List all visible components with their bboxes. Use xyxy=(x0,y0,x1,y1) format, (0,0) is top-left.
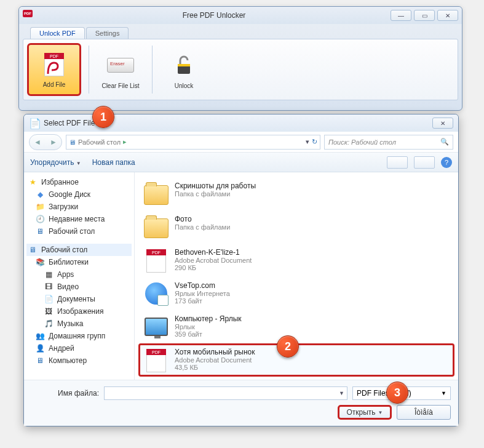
sidebar-desktop[interactable]: 🖥Рабочий стол xyxy=(26,244,132,256)
sidebar-favorites[interactable]: ★Избранное xyxy=(26,176,132,188)
close-button[interactable]: ✕ xyxy=(437,10,458,21)
ribbon: PDF Add File Clear File List Unlock xyxy=(23,39,458,100)
adobe-icon xyxy=(46,59,63,76)
recent-icon: 🕘 xyxy=(35,214,45,224)
eraser-icon xyxy=(106,50,135,80)
forward-button[interactable]: ► xyxy=(46,135,61,150)
open-button[interactable]: Открыть▼ xyxy=(338,405,392,420)
add-file-button[interactable]: PDF Add File xyxy=(30,46,78,91)
libraries-icon: 📚 xyxy=(35,257,45,267)
folder-icon xyxy=(144,182,169,206)
file-dialog: 📄 Select PDF File ✕ ◄ ► 🖥 Рабочий стол ▸… xyxy=(23,114,459,426)
window-title: Free PDF Unlocker xyxy=(38,11,391,20)
nav-back-forward: ◄ ► xyxy=(29,134,62,150)
view-options-button[interactable] xyxy=(387,156,408,169)
chevron-down-icon: ▼ xyxy=(76,161,81,166)
sidebar-item-documents[interactable]: 📄Документы xyxy=(26,293,132,305)
preview-pane-button[interactable] xyxy=(414,156,435,169)
clear-file-list-label: Clear File List xyxy=(101,82,139,89)
drive-icon: ◆ xyxy=(35,190,45,199)
ribbon-separator xyxy=(152,46,153,94)
tab-unlock-pdf[interactable]: Unlock PDF xyxy=(30,27,85,39)
nav-row: ◄ ► 🖥 Рабочий стол ▸ ▾ ↻ Поиск: Рабочий … xyxy=(24,132,458,153)
sidebar-item-music[interactable]: 🎵Музыка xyxy=(26,318,132,330)
add-file-highlight: PDF Add File xyxy=(27,43,81,96)
chevron-down-icon: ▼ xyxy=(378,410,383,415)
dialog-close-button[interactable]: ✕ xyxy=(432,118,453,129)
help-button[interactable]: ? xyxy=(441,157,452,168)
file-item-pdf[interactable]: PDF Bethoven-K-E'lize-1Adobe Acrobat Doc… xyxy=(138,244,454,277)
homegroup-icon: 👥 xyxy=(35,331,45,341)
computer-shortcut-icon xyxy=(144,314,169,339)
maximize-button[interactable]: ▭ xyxy=(414,10,435,21)
sidebar-user[interactable]: 👤Андрей xyxy=(26,342,132,354)
minimize-button[interactable]: — xyxy=(391,10,411,21)
lock-icon xyxy=(169,50,199,80)
sidebar-computer[interactable]: 🖥Компьютер xyxy=(26,354,132,367)
file-item-folder[interactable]: Скриншоты для работыПапка с файлами xyxy=(138,177,454,210)
apps-icon: ▦ xyxy=(44,270,54,279)
refresh-icon[interactable]: ↻ xyxy=(312,138,317,146)
search-icon: 🔍 xyxy=(440,138,449,146)
sidebar: ★Избранное ◆Google Диск 📁Загрузки 🕘Недав… xyxy=(24,172,135,380)
sidebar-item-recent[interactable]: 🕘Недавние места xyxy=(26,213,132,225)
filename-input[interactable]: ▼ xyxy=(104,386,347,400)
star-icon: ★ xyxy=(28,177,38,187)
pdf-icon: PDF xyxy=(23,10,33,17)
pdf-icon: PDF xyxy=(144,248,169,273)
search-input[interactable]: Поиск: Рабочий стол 🔍 xyxy=(324,135,453,150)
unlock-button[interactable]: Unlock xyxy=(160,43,208,96)
chevron-right-icon: ▸ xyxy=(123,138,127,146)
back-button[interactable]: ◄ xyxy=(30,135,46,150)
sidebar-item-apps[interactable]: ▦Apps xyxy=(26,268,132,281)
file-item-shortcut[interactable]: Компьютер - ЯрлыкЯрлык359 байт xyxy=(138,310,454,343)
computer-icon: 🖥 xyxy=(35,356,45,366)
dialog-icon: 📄 xyxy=(29,118,41,129)
chevron-down-icon: ▼ xyxy=(339,390,344,396)
ribbon-separator xyxy=(89,46,89,94)
dialog-title-bar: 📄 Select PDF File ✕ xyxy=(24,114,458,132)
folder-icon xyxy=(144,215,169,239)
main-window: PDF Free PDF Unlocker — ▭ ✕ Unlock PDF S… xyxy=(18,6,462,111)
sidebar-libraries[interactable]: 📚Библиотеки xyxy=(26,256,132,268)
title-bar: PDF Free PDF Unlocker — ▭ ✕ xyxy=(19,7,462,24)
chevron-down-icon: ▼ xyxy=(441,390,446,396)
sidebar-item-video[interactable]: 🎞Видео xyxy=(26,281,132,293)
sidebar-item-downloads[interactable]: 📁Загрузки xyxy=(26,201,132,213)
music-icon: 🎵 xyxy=(44,319,54,329)
add-file-icon: PDF xyxy=(39,49,69,79)
documents-icon: 📄 xyxy=(44,294,54,304)
sidebar-item-desktop-fav[interactable]: 🖥Рабочий стол xyxy=(26,225,132,238)
sidebar-item-google-drive[interactable]: ◆Google Диск xyxy=(26,188,132,201)
unlock-label: Unlock xyxy=(175,82,194,89)
svg-rect-1 xyxy=(178,64,190,66)
callout-1: 1 xyxy=(92,106,114,128)
desktop-icon: 🖥 xyxy=(35,226,45,236)
new-folder-button[interactable]: Новая папка xyxy=(92,158,135,167)
sidebar-item-images[interactable]: 🖼Изображения xyxy=(26,305,132,318)
cancel-button[interactable]: Îòìåíà xyxy=(397,405,451,420)
callout-2: 2 xyxy=(277,335,299,358)
address-bar[interactable]: 🖥 Рабочий стол ▸ ▾ ↻ xyxy=(66,135,320,150)
tab-settings[interactable]: Settings xyxy=(86,27,129,39)
video-icon: 🎞 xyxy=(44,282,54,292)
desktop-icon: 🖥 xyxy=(28,245,38,255)
file-item-folder[interactable]: ФотоПапка с файлами xyxy=(138,210,454,244)
internet-shortcut-icon xyxy=(144,281,169,306)
dropdown-icon[interactable]: ▾ xyxy=(306,138,309,146)
search-placeholder: Поиск: Рабочий стол xyxy=(328,138,396,146)
organize-menu[interactable]: Упорядочить ▼ xyxy=(30,158,81,167)
callout-3: 3 xyxy=(386,382,408,404)
clear-file-list-button[interactable]: Clear File List xyxy=(97,43,145,96)
add-file-label: Add File xyxy=(43,81,66,88)
file-item-url[interactable]: VseTop.comЯрлык Интернета173 байт xyxy=(138,277,454,310)
user-icon: 👤 xyxy=(35,343,45,353)
folder-icon: 📁 xyxy=(35,202,45,212)
pdf-icon: PDF xyxy=(144,348,169,372)
dialog-title: Select PDF File xyxy=(44,119,95,127)
sidebar-homegroup[interactable]: 👥Домашняя групп xyxy=(26,330,132,342)
breadcrumb: Рабочий стол xyxy=(78,138,121,146)
dialog-toolbar: Упорядочить ▼ Новая папка ? xyxy=(24,153,458,172)
ribbon-tabs: Unlock PDF Settings xyxy=(19,24,462,39)
filename-label: Имя файла: xyxy=(31,389,99,398)
